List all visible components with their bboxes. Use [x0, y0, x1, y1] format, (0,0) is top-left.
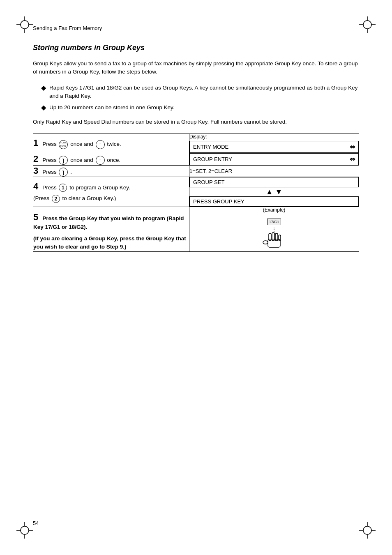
step-1-right: Display: ENTRY MODE ⇔: [189, 134, 359, 153]
hand-svg: [260, 227, 288, 251]
step-2-display-arrow: ⇔: [350, 155, 355, 163]
corner-mark-bl: [16, 522, 33, 539]
header-text: Sending a Fax From Memory: [33, 25, 102, 31]
step-4-sub: (Press 2 to clear a Group Key.): [33, 194, 189, 203]
svg-rect-24: [275, 233, 278, 241]
svg-rect-22: [269, 233, 271, 241]
step-4-left: 4 Press 1 to program a Group Key. (Press…: [33, 177, 189, 207]
step-5-main-row: 5 Press the Group Key that you wish to p…: [33, 212, 189, 231]
step-5-sub-text: (If you are clearing a Group Key, press …: [33, 235, 189, 251]
step-2-display-box: GROUP ENTRY ⇔: [189, 153, 359, 165]
step-3-left: 3 Press ) .: [33, 166, 189, 177]
step-row-1: 1 Press FUNCTION once and ↑ twice. Displ…: [33, 134, 359, 153]
note-text: Only Rapid Key and Speed Dial numbers ca…: [33, 118, 359, 126]
step-1-number: 1: [33, 138, 38, 148]
step-1-display-box: ENTRY MODE ⇔: [189, 141, 359, 153]
key-hand-illustration: 17/G1: [260, 218, 288, 251]
step-1-text: Press FUNCTION once and ↑ twice.: [42, 141, 121, 147]
step-4-number: 4: [33, 181, 38, 191]
corner-mark-tl: [16, 16, 33, 33]
page-header: Sending a Fax From Memory: [33, 25, 359, 31]
arrows-display: ▲ ▼: [189, 188, 359, 196]
step-5-left: 5 Press the Group Key that you wish to p…: [33, 207, 189, 252]
step-2-once-and: once and: [70, 157, 93, 163]
step-3-right: 1=SET, 2=CLEAR: [189, 166, 359, 177]
function-button-icon: FUNCTION: [59, 140, 68, 149]
step-1-once-and: once and: [70, 141, 93, 147]
step-4-right: GROUP SET ▲ ▼ PRESS GROUP KEY: [189, 177, 359, 207]
intro-text: Group Keys allow you to send a fax to a …: [33, 60, 359, 76]
step-1-left: 1 Press FUNCTION once and ↑ twice.: [33, 134, 189, 153]
svg-point-21: [263, 241, 268, 244]
bullet-item-2: ◆ Up to 20 numbers can be stored in one …: [41, 104, 359, 112]
bullet-text-1: Rapid Keys 17/G1 and 18/G2 can be used a…: [49, 84, 359, 101]
svg-point-15: [363, 526, 371, 534]
menu-right-icon-3: ): [59, 168, 68, 177]
page-number: 54: [33, 520, 39, 526]
step-2-display-text: GROUP ENTRY: [193, 156, 232, 162]
step-4-after: to program a Group Key.: [69, 184, 130, 191]
svg-point-10: [21, 526, 29, 534]
step-1-display-arrow: ⇔: [350, 143, 355, 151]
step-4-press: Press: [42, 184, 57, 191]
step-3-display-text: 1=SET, 2=CLEAR: [189, 168, 232, 174]
step-2-once: once.: [107, 157, 120, 163]
step-3-end: .: [70, 169, 72, 175]
svg-point-0: [21, 21, 29, 29]
example-label: (Example): [189, 207, 359, 213]
page: Sending a Fax From Memory Storing number…: [0, 0, 392, 555]
step-row-3: 3 Press ) . 1=SET, 2=CLEAR: [33, 166, 359, 177]
step-row-5: 5 Press the Group Key that you wish to p…: [33, 207, 359, 252]
key-label-17g1: 17/G1: [267, 219, 281, 225]
number-1-icon: 1: [59, 184, 67, 192]
menu-right-icon-2: ): [59, 156, 68, 165]
press-group-display: PRESS GROUP KEY: [189, 196, 359, 207]
step-1-display-text: ENTRY MODE: [193, 144, 228, 150]
step-row-4: 4 Press 1 to program a Group Key. (Press…: [33, 177, 359, 207]
bullet-text-2: Up to 20 numbers can be stored in one Gr…: [49, 104, 174, 112]
step-3-display-box: 1=SET, 2=CLEAR: [189, 168, 359, 174]
step-4-text: Press 1 to program a Group Key.: [42, 184, 130, 191]
group-set-display: GROUP SET: [189, 177, 359, 187]
steps-table: 1 Press FUNCTION once and ↑ twice. Displ…: [33, 134, 359, 252]
step-2-press: Press: [42, 157, 57, 163]
step-3-press: Press: [42, 169, 57, 175]
step-2-text: Press ) once and ↑ once.: [42, 157, 120, 163]
step-2-number: 2: [33, 154, 38, 164]
bullet-diamond-1: ◆: [41, 84, 46, 92]
svg-point-5: [363, 21, 371, 29]
step-4-main-row: 4 Press 1 to program a Group Key.: [33, 181, 189, 192]
section-title: Storing numbers in Group Keys: [33, 44, 359, 52]
svg-rect-23: [272, 233, 274, 241]
number-2-icon: 2: [52, 195, 60, 203]
step-1-press: Press: [42, 141, 57, 147]
up-arrow-icon-2: ↑: [96, 156, 105, 165]
step-3-text: Press ) .: [42, 169, 72, 175]
corner-mark-tr: [359, 16, 376, 33]
step-1-twice: twice.: [107, 141, 121, 147]
step-5-main-text: Press the Group Key that you wish to pro…: [33, 215, 184, 230]
step-2-right: GROUP ENTRY ⇔: [189, 153, 359, 166]
step-4-sub-press: (Press: [33, 195, 49, 201]
up-arrow-icon-1: ↑: [96, 140, 105, 149]
step-2-left: 2 Press ) once and ↑ once.: [33, 153, 189, 166]
step-4-sub-after: to clear a Group Key.): [62, 195, 116, 201]
bullet-item-1: ◆ Rapid Keys 17/G1 and 18/G2 can be used…: [41, 84, 359, 101]
step-row-2: 2 Press ) once and ↑ once. GROUP ENTRY ⇔: [33, 153, 359, 166]
bullet-diamond-2: ◆: [41, 104, 46, 112]
step-5-right: (Example) 17/G1: [189, 207, 359, 252]
step-1-display-label: Display:: [189, 134, 359, 140]
bullet-list: ◆ Rapid Keys 17/G1 and 18/G2 can be used…: [41, 84, 359, 112]
step-3-number: 3: [33, 166, 38, 176]
corner-mark-br: [359, 522, 376, 539]
step-5-number: 5: [33, 212, 38, 222]
